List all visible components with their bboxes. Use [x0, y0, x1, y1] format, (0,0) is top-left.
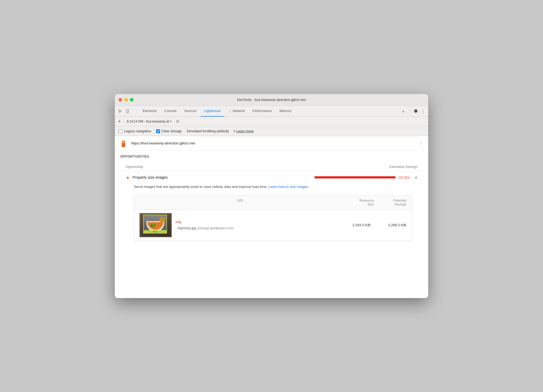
tab-performance[interactable]: Performance — [249, 106, 276, 117]
block-icon: ⊘ — [176, 119, 179, 124]
learn-more-link[interactable]: Learn more — [236, 129, 254, 133]
more-menu-button[interactable]: ⋮ — [420, 108, 426, 114]
legacy-nav-option[interactable]: Legacy navigation — [119, 129, 151, 133]
element-selector: img — [175, 220, 335, 224]
options-bar: Legacy navigation Clear storage Simulate… — [115, 126, 428, 136]
clear-storage-option[interactable]: Clear storage — [156, 129, 182, 133]
col-savings-header: Estimated Savings — [389, 165, 417, 169]
cursor-icon[interactable] — [117, 108, 123, 114]
add-session-button[interactable]: + — [118, 119, 121, 124]
detail-table-header: URL ResourceSize PotentialSavings — [134, 195, 412, 210]
settings-button[interactable] — [413, 108, 419, 114]
tabs-bar: Elements Console Sources Lighthouse ⚠ Ne… — [115, 106, 428, 117]
svg-rect-0 — [127, 110, 129, 113]
opportunity-name: Properly size images — [133, 175, 312, 180]
url-bar: https://foul-heavenly-direction.glitch.m… — [115, 136, 428, 150]
tab-icons — [117, 108, 130, 114]
learn-more-container: ▾ Learn more — [234, 129, 254, 133]
tab-sources[interactable]: Sources — [180, 106, 200, 117]
session-selector[interactable]: 3:14:14 PM - foul-heavenly-di ▾ — [127, 120, 172, 123]
clear-storage-checkbox[interactable] — [156, 129, 160, 133]
expand-collapse-button[interactable]: ∧ — [415, 175, 417, 180]
opportunity-row-properly-size: ▲ Properly size images 22.31s ∧ Serve im… — [120, 171, 423, 249]
opportunities-title: OPPORTUNITIES — [120, 155, 423, 158]
title-bar: DevTools - foul-heavenly-direction.glitc… — [115, 94, 428, 106]
resource-size: 2,293.5 KiB — [338, 223, 371, 227]
detail-col-url: URL — [139, 199, 341, 206]
opportunity-header: ▲ Properly size images 22.31s ∧ — [126, 175, 417, 180]
more-tabs-button[interactable]: » — [400, 108, 406, 114]
table-header: Opportunity Estimated Savings — [120, 163, 423, 171]
devtools-window: DevTools - foul-heavenly-direction.glitc… — [115, 94, 428, 298]
close-button[interactable] — [119, 98, 122, 102]
session-dropdown-icon: ▾ — [170, 120, 172, 123]
image-filename: ...big/soop.jpg (storage.googleapis.com) — [175, 225, 335, 230]
url-more-button[interactable]: ⋮ — [418, 140, 424, 146]
table-row: Soop img ...big/soop.jpg — [134, 210, 412, 241]
mobile-icon[interactable] — [125, 108, 130, 114]
main-content: https://foul-heavenly-direction.glitch.m… — [115, 136, 428, 298]
tabs-more: » ⋮ — [400, 108, 426, 114]
tab-lighthouse[interactable]: Lighthouse — [200, 106, 224, 117]
legacy-nav-checkbox[interactable] — [119, 129, 122, 133]
detail-col-resource: ResourceSize — [341, 199, 374, 206]
detail-table: URL ResourceSize PotentialSavings — [134, 195, 412, 241]
learn-how-link[interactable]: Learn how to size images — [269, 185, 308, 189]
audit-url: https://foul-heavenly-direction.glitch.m… — [131, 141, 415, 145]
tab-network[interactable]: ⚠ Network — [224, 106, 249, 117]
tab-console[interactable]: Console — [160, 106, 180, 117]
soup-label: Soop — [144, 230, 166, 233]
svg-rect-4 — [123, 142, 124, 143]
savings-time: 22.31s — [399, 175, 410, 180]
detail-description: Serve images that are appropriately-size… — [134, 184, 412, 190]
traffic-lights — [119, 98, 133, 102]
thumbnail-inner: Soop — [140, 214, 171, 237]
soup-image: Soop — [143, 215, 167, 234]
url-info: img ...big/soop.jpg (storage.googleapis.… — [175, 220, 335, 230]
throttle-text: Simulated throttling (default) — [187, 129, 229, 133]
tab-elements[interactable]: Elements — [139, 106, 160, 117]
maximize-button[interactable] — [130, 98, 133, 102]
col-opportunity-header: Opportunity — [126, 165, 389, 169]
window-title: DevTools - foul-heavenly-direction.glitc… — [237, 98, 306, 102]
toolbar: + 3:14:14 PM - foul-heavenly-di ▾ ⊘ — [115, 117, 428, 126]
svg-rect-5 — [123, 140, 124, 141]
minimize-button[interactable] — [124, 98, 128, 102]
detail-col-potential: PotentialSavings — [374, 199, 406, 206]
warning-triangle-icon: ▲ — [126, 175, 130, 180]
image-thumbnail: Soop — [139, 213, 172, 237]
opportunity-detail: Serve images that are appropriately-size… — [126, 180, 417, 241]
tabs-divider — [136, 109, 137, 114]
tab-memory[interactable]: Memory — [276, 106, 295, 117]
savings-bar — [314, 176, 395, 178]
lighthouse-logo — [119, 139, 128, 147]
network-warning-icon: ⚠ — [228, 109, 232, 113]
savings-bar-container: 22.31s — [314, 175, 410, 180]
potential-savings: 2,268.2 KiB — [374, 223, 406, 227]
opportunities-section: OPPORTUNITIES Opportunity Estimated Savi… — [115, 150, 428, 249]
throttle-dropdown-icon[interactable]: ▾ — [234, 129, 235, 133]
svg-rect-6 — [122, 146, 125, 147]
